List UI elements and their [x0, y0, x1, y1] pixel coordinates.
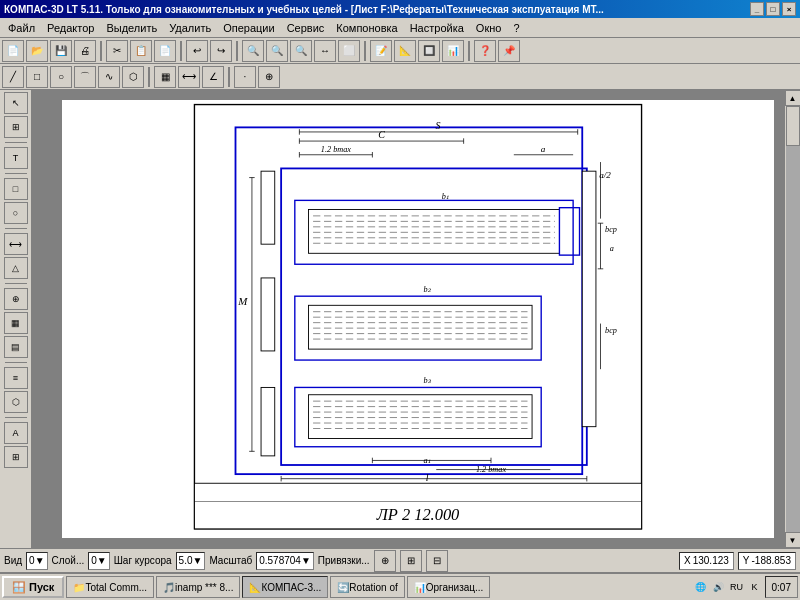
shag-label: Шаг курсора: [114, 555, 172, 566]
start-label: Пуск: [29, 581, 54, 593]
tb-copy[interactable]: 📋: [130, 40, 152, 62]
lt-text[interactable]: T: [4, 147, 28, 169]
menu-layout[interactable]: Компоновка: [330, 20, 403, 36]
tb-save[interactable]: 💾: [50, 40, 72, 62]
tray-icon-3: K: [747, 579, 763, 595]
title-text: КОМПАС-3D LT 5.11. Только для ознакомите…: [4, 4, 604, 15]
tb2-spline[interactable]: ∿: [98, 66, 120, 88]
tb-help[interactable]: ❓: [474, 40, 496, 62]
tb-redo[interactable]: ↪: [210, 40, 232, 62]
svg-rect-73: [261, 387, 275, 455]
tb-open[interactable]: 📂: [26, 40, 48, 62]
lt-dim[interactable]: ⟷: [4, 233, 28, 255]
scroll-down-button[interactable]: ▼: [785, 532, 801, 548]
menu-editor[interactable]: Редактор: [41, 20, 100, 36]
tb-zoom-in[interactable]: 🔍: [242, 40, 264, 62]
maximize-button[interactable]: □: [766, 2, 780, 16]
lt-triangle[interactable]: △: [4, 257, 28, 279]
lt-sym[interactable]: ⊕: [4, 288, 28, 310]
tb2-axis[interactable]: ⊕: [258, 66, 280, 88]
lt-sep-5: [5, 362, 27, 363]
lt-layer[interactable]: ≡: [4, 367, 28, 389]
scroll-track[interactable]: [786, 106, 800, 532]
lt-geom[interactable]: □: [4, 178, 28, 200]
close-button[interactable]: ×: [782, 2, 796, 16]
toolbar-1: 📄 📂 💾 🖨 ✂ 📋 📄 ↩ ↪ 🔍 🔍 🔍 ↔ ⬜ 📝 📐 🔲 📊 ❓ 📌: [0, 38, 800, 64]
menu-bar: Файл Редактор Выделить Удалить Операции …: [0, 18, 800, 38]
menu-settings[interactable]: Настройка: [404, 20, 470, 36]
taskbar-item-inamp[interactable]: 🎵 inamp *** 8...: [156, 576, 240, 598]
lt-node[interactable]: ⊞: [4, 116, 28, 138]
tb2-rect[interactable]: □: [26, 66, 48, 88]
y-label: Y: [743, 555, 750, 566]
lt-hatch[interactable]: ▦: [4, 312, 28, 334]
ortho-icon[interactable]: ⊟: [426, 550, 448, 572]
tb-zoom-out[interactable]: 🔍: [266, 40, 288, 62]
tb2-dim2[interactable]: ⟷: [178, 66, 200, 88]
tb-paste[interactable]: 📄: [154, 40, 176, 62]
menu-operations[interactable]: Операции: [217, 20, 280, 36]
taskbar-clock: 0:07: [765, 576, 798, 598]
shag-dropdown[interactable]: 5.0 ▼: [176, 552, 206, 570]
taskbar-item-rotation[interactable]: 🔄 Rotation of: [330, 576, 404, 598]
menu-help[interactable]: ?: [507, 20, 525, 36]
svg-text:M: M: [237, 295, 248, 307]
svg-text:b₂: b₂: [423, 285, 431, 294]
menu-delete[interactable]: Удалить: [163, 20, 217, 36]
taskbar-item-org-icon: 📊: [414, 582, 426, 593]
taskbar-item-kompas[interactable]: 📐 КОМПАС-3...: [242, 576, 328, 598]
tb-new[interactable]: 📄: [2, 40, 24, 62]
lt-fill[interactable]: ▤: [4, 336, 28, 358]
tb-text[interactable]: 📝: [370, 40, 392, 62]
tb-print[interactable]: 🖨: [74, 40, 96, 62]
start-button[interactable]: 🪟 Пуск: [2, 576, 64, 598]
snap-icon[interactable]: ⊕: [374, 550, 396, 572]
lt-align[interactable]: A: [4, 422, 28, 444]
tb2-poly[interactable]: ⬡: [122, 66, 144, 88]
sloy-arrow: ▼: [97, 555, 107, 566]
tb2-circle[interactable]: ○: [50, 66, 72, 88]
x-coord-field: X 130.123: [679, 552, 734, 570]
taskbar-item-org[interactable]: 📊 Организац...: [407, 576, 491, 598]
tb-pin[interactable]: 📌: [498, 40, 520, 62]
lt-snap[interactable]: ⊞: [4, 446, 28, 468]
shag-arrow: ▼: [192, 555, 202, 566]
masshtab-dropdown[interactable]: 0.578704 ▼: [256, 552, 314, 570]
tb-pan[interactable]: ↔: [314, 40, 336, 62]
menu-window[interactable]: Окно: [470, 20, 508, 36]
scroll-thumb[interactable]: [786, 106, 800, 146]
sloy-dropdown[interactable]: 0 ▼: [88, 552, 109, 570]
tb-undo[interactable]: ↩: [186, 40, 208, 62]
menu-file[interactable]: Файл: [2, 20, 41, 36]
tb-zoom-fit[interactable]: 🔍: [290, 40, 312, 62]
tb-table[interactable]: 🔲: [418, 40, 440, 62]
tb-chart[interactable]: 📊: [442, 40, 464, 62]
grid-icon[interactable]: ⊞: [400, 550, 422, 572]
menu-service[interactable]: Сервис: [281, 20, 331, 36]
x-label: X: [684, 555, 691, 566]
svg-rect-74: [582, 171, 596, 426]
taskbar: 🪟 Пуск 📁 Total Comm... 🎵 inamp *** 8... …: [0, 572, 800, 600]
tb2-line[interactable]: ╱: [2, 66, 24, 88]
minimize-button[interactable]: _: [750, 2, 764, 16]
menu-select[interactable]: Выделить: [100, 20, 163, 36]
drawing-sheet: ЛР 2 12.000 С S 1.2 bmax: [62, 100, 774, 538]
tb-dim[interactable]: 📐: [394, 40, 416, 62]
tb2-angle[interactable]: ∠: [202, 66, 224, 88]
tb-cut[interactable]: ✂: [106, 40, 128, 62]
tb2-point[interactable]: ·: [234, 66, 256, 88]
scroll-up-button[interactable]: ▲: [785, 90, 801, 106]
taskbar-item-total[interactable]: 📁 Total Comm...: [66, 576, 154, 598]
tb2-hatch[interactable]: ▦: [154, 66, 176, 88]
svg-text:b₁: b₁: [442, 192, 449, 201]
tb2-arc[interactable]: ⌒: [74, 66, 96, 88]
svg-text:b₃: b₃: [423, 376, 431, 385]
lt-cursor[interactable]: ↖: [4, 92, 28, 114]
tray-icon-2: 🔊: [711, 579, 727, 595]
drawing-svg: ЛР 2 12.000 С S 1.2 bmax: [62, 100, 774, 538]
tb-select[interactable]: ⬜: [338, 40, 360, 62]
vid-dropdown[interactable]: 0 ▼: [26, 552, 47, 570]
lt-3d[interactable]: ⬡: [4, 391, 28, 413]
sloy-label: Слой...: [52, 555, 85, 566]
lt-circle[interactable]: ○: [4, 202, 28, 224]
